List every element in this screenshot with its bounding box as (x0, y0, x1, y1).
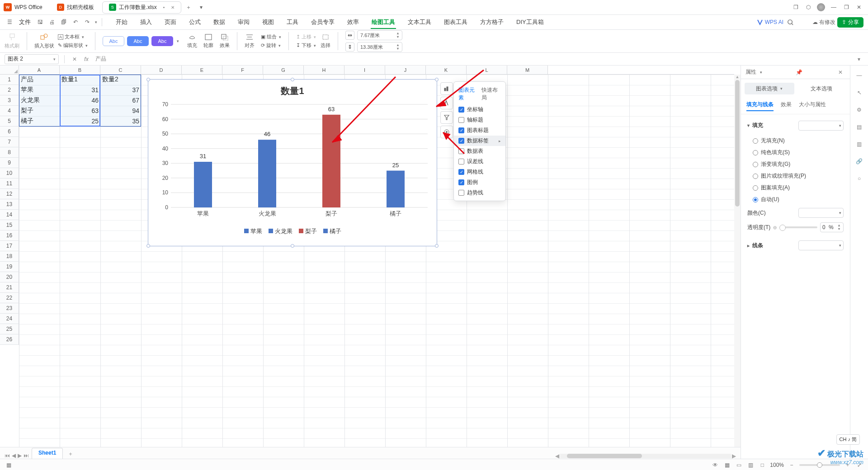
cell-C2[interactable]: 37 (100, 85, 141, 95)
panel-tab-chart-options[interactable]: 图表选项▾ (745, 83, 794, 94)
popup-item-误差线[interactable]: 误差线 (454, 156, 505, 167)
cell-A5[interactable]: 橘子 (19, 116, 60, 126)
fill-option[interactable]: 纯色填充(S) (753, 149, 844, 156)
fill-preset-dropdown[interactable]: ▾ (798, 121, 844, 131)
row-head-12[interactable]: 12 (0, 189, 19, 199)
close-tab-icon[interactable]: ✕ (171, 5, 175, 10)
vscroll-up-icon[interactable]: ▲ (734, 75, 741, 79)
panel-tab-text-options[interactable]: 文本选项 (797, 83, 847, 94)
handle-nw[interactable] (146, 78, 150, 81)
sheet-prev-icon[interactable]: ◀ (12, 452, 16, 459)
fill-option[interactable]: 图片或纹理填充(P) (753, 172, 844, 180)
style-panel-icon[interactable]: ⚙ (854, 104, 865, 115)
tab-workbook[interactable]: S 工作簿数量.xlsx • ✕ (102, 1, 182, 14)
print-icon[interactable]: 🖨 (47, 17, 57, 27)
fill-option[interactable]: 自动(U) (753, 196, 844, 203)
checkbox-icon[interactable]: ✓ (458, 107, 464, 113)
move-up-button[interactable]: ↥上移▾ (296, 33, 316, 40)
properties-panel-icon[interactable]: ▤ (854, 122, 865, 132)
status-mode-icon[interactable]: ▦ (5, 461, 13, 469)
cell-A3[interactable]: 火龙果 (19, 95, 60, 105)
cell-C1[interactable]: 数量2 (100, 75, 141, 85)
wps-ai-button[interactable]: WPS AI (757, 19, 783, 25)
lock-height-icon[interactable]: ⇕ (345, 42, 354, 52)
checkbox-icon[interactable]: ✓ (458, 169, 464, 175)
cell-C3[interactable]: 67 (100, 95, 141, 105)
col-head-D[interactable]: D (141, 66, 182, 74)
row-head-13[interactable]: 13 (0, 199, 19, 210)
menu-会员专享[interactable]: 会员专享 (310, 18, 335, 26)
cell-B5[interactable]: 25 (60, 116, 100, 126)
panel-close-icon[interactable]: ✕ (835, 67, 845, 77)
radio-icon[interactable] (753, 185, 758, 191)
text-box-button[interactable]: A文本框▾ (58, 33, 88, 40)
menu-公式[interactable]: 公式 (188, 18, 202, 26)
more-panel-icon[interactable]: ○ (854, 173, 865, 184)
cell-A4[interactable]: 梨子 (19, 106, 60, 116)
row-head-24[interactable]: 24 (0, 314, 19, 324)
color-picker[interactable]: ▾ (798, 208, 844, 218)
fill-option[interactable]: 无填充(N) (753, 137, 844, 145)
close-button[interactable]: ✕ (854, 2, 864, 13)
popup-tab-quick[interactable]: 快速布局 (481, 86, 501, 102)
menu-页面[interactable]: 页面 (164, 18, 177, 26)
undo-icon[interactable]: ↶ (71, 17, 80, 27)
row-head-3[interactable]: 3 (0, 95, 19, 106)
cell-B2[interactable]: 31 (60, 85, 100, 95)
col-head-I[interactable]: I (344, 66, 385, 74)
redo-icon[interactable]: ↷ (82, 17, 92, 27)
radio-icon[interactable] (753, 138, 758, 144)
col-head-G[interactable]: G (263, 66, 304, 74)
view-eye-icon[interactable]: 👁 (711, 461, 719, 469)
style-preset-2[interactable]: Abc (127, 36, 149, 46)
style-preset-1[interactable]: Abc (103, 36, 124, 46)
row-head-11[interactable]: 11 (0, 179, 19, 189)
menu-效率[interactable]: 效率 (346, 18, 360, 26)
transparency-slider[interactable] (779, 226, 817, 228)
menu-开始[interactable]: 开始 (115, 18, 128, 26)
row-head-9[interactable]: 9 (0, 158, 19, 168)
name-box[interactable]: 图表 2 ▾ (5, 54, 59, 64)
row-head-5[interactable]: 5 (0, 116, 19, 127)
col-head-H[interactable]: H (304, 66, 344, 74)
effect-button[interactable]: 效果 (220, 33, 230, 49)
transparency-input[interactable]: 0 % ▴▾ (820, 222, 844, 232)
vscrollbar-thumb[interactable] (735, 80, 740, 207)
row-head-16[interactable]: 16 (0, 230, 19, 241)
handle-n[interactable] (291, 78, 294, 81)
view-pagebreak-icon[interactable]: ▥ (746, 461, 755, 469)
row-head-21[interactable]: 21 (0, 282, 19, 293)
popup-item-网格线[interactable]: ✓网格线 (454, 167, 505, 177)
fx-icon[interactable]: fx (82, 55, 91, 64)
row-head-15[interactable]: 15 (0, 220, 19, 230)
col-head-M[interactable]: M (507, 66, 548, 74)
group-button[interactable]: ▣组合▾ (261, 33, 281, 40)
col-head-A[interactable]: A (19, 66, 60, 74)
popup-tab-elements[interactable]: 图表元素 (458, 86, 478, 102)
subtab-effect[interactable]: 效果 (781, 101, 792, 111)
col-head-C[interactable]: C (100, 66, 141, 74)
style-preset-3[interactable]: Abc (151, 36, 173, 46)
row-head-2[interactable]: 2 (0, 85, 19, 95)
save-icon[interactable]: 🖫 (35, 17, 45, 27)
checkbox-icon[interactable] (458, 117, 464, 123)
print-preview-icon[interactable]: 🗐 (59, 17, 69, 27)
section-line[interactable]: 线条 (752, 242, 763, 249)
link-panel-icon[interactable]: 🔗 (854, 156, 865, 167)
qat-more[interactable]: ▾ (95, 20, 97, 24)
chart-object[interactable]: 数量1 01020304050607031苹果46火龙果63梨子25橘子 苹果火… (148, 79, 437, 246)
popup-item-坐标轴[interactable]: ✓坐标轴 (454, 104, 505, 115)
row-head-1[interactable]: 1 (0, 75, 19, 85)
minimize-button[interactable]: — (828, 2, 839, 13)
window-multi-icon[interactable]: ❐ (790, 2, 801, 13)
rotate-button[interactable]: ⟳旋转▾ (261, 42, 281, 49)
chart-title[interactable]: 数量1 (148, 85, 437, 97)
checkbox-icon[interactable]: ✓ (458, 127, 464, 133)
radio-icon[interactable] (753, 174, 758, 179)
select-all-corner[interactable] (0, 66, 19, 75)
hscrollbar-thumb[interactable] (567, 454, 642, 458)
width-input[interactable]: 7.67厘米▴▾ (357, 30, 402, 40)
pin-icon[interactable]: 📌 (794, 67, 804, 77)
subtab-size[interactable]: 大小与属性 (799, 101, 826, 111)
move-down-button[interactable]: ↧下移▾ (296, 42, 316, 49)
